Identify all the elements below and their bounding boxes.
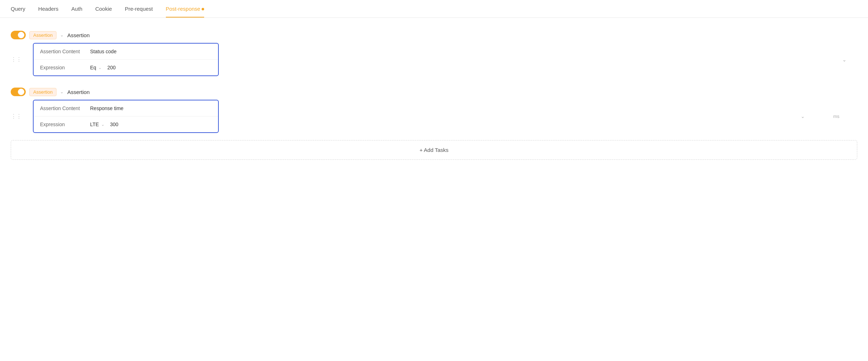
tab-post-response-label: Post-response <box>166 6 201 12</box>
assertion-badge-chevron-2[interactable]: ⌄ <box>60 89 64 94</box>
content-area: Assertion ⌄ Assertion ⋮⋮ Assertion Conte… <box>0 18 868 168</box>
assertion-expression-select-1[interactable]: Eq ⌄ <box>90 65 102 70</box>
assertion-expression-select-2[interactable]: LTE ⌄ <box>90 122 104 127</box>
assertion-expression-value-2: LTE <box>90 122 99 127</box>
assertion-badge-chevron-1[interactable]: ⌄ <box>60 33 64 38</box>
assertion-expression-label-1: Expression <box>40 65 90 70</box>
drag-handle-2[interactable]: ⋮⋮ <box>11 113 21 120</box>
assertion-expression-value-1: Eq <box>90 65 96 70</box>
assertion-content-row-1: Assertion Content Status code <box>34 44 218 60</box>
assertion-ms-label-2: ms <box>833 114 847 119</box>
assertion-expression-arrow-2: ⌄ <box>101 122 104 127</box>
add-tasks-label: + Add Tasks <box>419 147 448 153</box>
assertion-expression-arrow-1: ⌄ <box>98 65 102 70</box>
assertion-input-1[interactable]: 200 <box>107 65 115 70</box>
assertion-expression-row-1: Expression Eq ⌄ 200 <box>34 60 218 75</box>
assertion-block-1: Assertion ⌄ Assertion ⋮⋮ Assertion Conte… <box>11 26 857 76</box>
assertion-card-container-2: ⋮⋮ Assertion Content Response time Expre… <box>11 100 857 133</box>
assertion-expand-1[interactable]: ⌄ <box>842 57 857 63</box>
tab-query[interactable]: Query <box>11 6 25 18</box>
drag-handle-1[interactable]: ⋮⋮ <box>11 56 21 63</box>
assertion-content-row-2: Assertion Content Response time <box>34 100 218 117</box>
assertion-badge-1[interactable]: Assertion <box>29 31 56 39</box>
tab-cookie[interactable]: Cookie <box>95 6 112 18</box>
assertion-content-label-2: Assertion Content <box>40 105 90 111</box>
assertion-header-label-2: Assertion <box>67 89 90 95</box>
assertion-toggle-1[interactable] <box>11 31 26 39</box>
nav-tabs: Query Headers Auth Cookie Pre-request Po… <box>0 0 868 18</box>
assertion-header-1: Assertion ⌄ Assertion <box>11 26 857 43</box>
assertion-badge-2[interactable]: Assertion <box>29 88 56 96</box>
assertion-toggle-2[interactable] <box>11 88 26 96</box>
assertion-expression-label-2: Expression <box>40 122 90 127</box>
assertion-card-container-1: ⋮⋮ Assertion Content Status code Express… <box>11 43 857 76</box>
assertion-content-label-1: Assertion Content <box>40 49 90 54</box>
tab-headers[interactable]: Headers <box>38 6 59 18</box>
add-tasks-button[interactable]: + Add Tasks <box>11 140 857 160</box>
assertion-header-2: Assertion ⌄ Assertion <box>11 83 857 100</box>
tab-auth[interactable]: Auth <box>71 6 83 18</box>
assertion-card-1: Assertion Content Status code Expression… <box>33 43 219 76</box>
assertion-content-value-2: Response time <box>90 105 123 111</box>
post-response-dot <box>202 8 204 10</box>
tab-pre-request[interactable]: Pre-request <box>125 6 153 18</box>
tab-post-response[interactable]: Post-response <box>166 6 204 18</box>
assertion-header-label-1: Assertion <box>67 32 90 38</box>
assertion-card-2: Assertion Content Response time Expressi… <box>33 100 219 133</box>
assertion-block-2: Assertion ⌄ Assertion ⋮⋮ Assertion Conte… <box>11 83 857 133</box>
assertion-expand-2[interactable]: ⌄ <box>801 114 812 119</box>
assertion-content-value-1: Status code <box>90 49 117 54</box>
assertion-input-2[interactable]: 300 <box>110 122 118 127</box>
assertion-expression-row-2: Expression LTE ⌄ 300 <box>34 117 218 132</box>
